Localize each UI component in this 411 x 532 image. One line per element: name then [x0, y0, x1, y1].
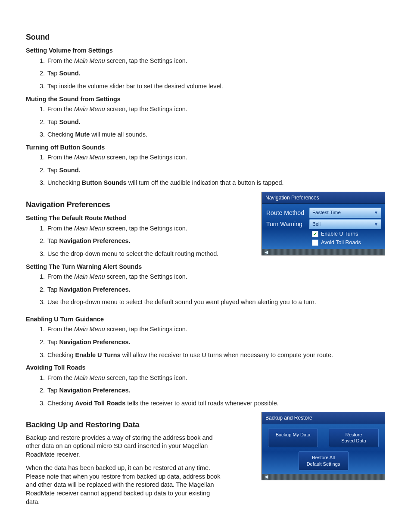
chevron-down-icon: ▼ — [374, 221, 378, 227]
ordered-steps: From the Main Menu screen, tap the Setti… — [38, 153, 385, 187]
text-emphasis: Main Menu — [74, 154, 105, 161]
ordered-steps: From the Main Menu screen, tap the Setti… — [38, 325, 385, 359]
text-strong: Navigation Preferences. — [59, 387, 130, 394]
text: screen, tap the Settings icon. — [105, 374, 187, 381]
route-method-value: Fastest Time — [312, 209, 341, 216]
list-item: Use the drop-down menu to select the def… — [47, 250, 245, 258]
list-item: Tap Sound. — [47, 69, 385, 78]
route-method-select[interactable]: Fastest Time ▼ — [309, 208, 381, 218]
subheading: Turning off Button Sounds — [26, 143, 385, 152]
back-icon[interactable]: ◀ — [265, 249, 268, 255]
button-line: Saved Data — [333, 438, 375, 444]
enable-uturns-checkbox[interactable]: ✓ — [312, 231, 318, 237]
text: Checking — [47, 131, 75, 138]
subheading: Enabling U Turn Guidance — [26, 315, 385, 324]
text: Tap — [47, 118, 59, 125]
text-emphasis: Main Menu — [74, 326, 105, 333]
text-strong: Button Sounds — [82, 179, 127, 186]
subheading: Setting Volume from Settings — [26, 47, 385, 55]
text: Tap — [47, 70, 59, 77]
text-emphasis: Main Menu — [74, 106, 105, 112]
ordered-steps: From the Main Menu screen, tap the Setti… — [38, 224, 245, 258]
list-item: Tap inside the volume slider bar to set … — [47, 82, 385, 91]
route-method-label: Route Method — [266, 209, 309, 217]
text: Tap — [47, 167, 59, 174]
text-strong: Avoid Toll Roads — [75, 400, 125, 407]
paragraph: When the data has been backed up, it can… — [26, 464, 224, 506]
list-item: From the Main Menu screen, tap the Setti… — [47, 105, 385, 114]
text: From the — [47, 374, 74, 381]
text-strong: Mute — [75, 131, 90, 138]
subheading: Muting the Sound from Settings — [26, 95, 385, 104]
text: From the — [47, 154, 74, 161]
list-item: Checking Avoid Toll Roads tells the rece… — [47, 399, 385, 408]
text: Checking — [47, 400, 75, 407]
text: screen, tap the Settings icon. — [105, 326, 187, 333]
turn-warning-label: Turn Warning — [266, 220, 309, 228]
enable-uturns-label: Enable U Turns — [321, 230, 358, 238]
text-emphasis: Main Menu — [74, 273, 105, 280]
text: Tap — [47, 339, 59, 345]
text-strong: Enable U Turns — [75, 352, 120, 358]
section-heading-sound: Sound — [26, 32, 385, 42]
back-icon[interactable]: ◀ — [265, 473, 268, 480]
avoid-toll-label: Avoid Toll Roads — [321, 239, 361, 246]
list-item: Unchecking Button Sounds will turn off t… — [47, 179, 385, 187]
text: From the — [47, 225, 74, 232]
figure-backup-restore: Backup and Restore Backup My Data Restor… — [262, 412, 385, 480]
list-item: Tap Navigation Preferences. — [47, 286, 385, 294]
text: will allow the receiver to use U turns w… — [121, 352, 333, 358]
text: From the — [47, 57, 74, 64]
text-strong: Navigation Preferences. — [59, 286, 130, 293]
restore-saved-data-button[interactable]: Restore Saved Data — [329, 429, 379, 448]
backup-my-data-button[interactable]: Backup My Data — [268, 429, 318, 448]
ordered-steps: From the Main Menu screen, tap the Setti… — [38, 57, 385, 91]
subheading: Avoiding Toll Roads — [26, 364, 385, 372]
turn-warning-select[interactable]: Bell ▼ — [309, 219, 381, 230]
chevron-down-icon: ▼ — [374, 210, 378, 216]
list-item: Checking Enable U Turns will allow the r… — [47, 351, 385, 360]
subheading: Setting The Turn Warning Alert Sounds — [26, 263, 385, 271]
text: Tap — [47, 286, 59, 293]
list-item: Use the drop-down menu to select the def… — [47, 298, 385, 307]
list-item: From the Main Menu screen, tap the Setti… — [47, 57, 385, 65]
figure-navigation-preferences: Navigation Preferences Route Method Fast… — [262, 192, 385, 255]
list-item: Tap Navigation Preferences. — [47, 237, 245, 246]
list-item: From the Main Menu screen, tap the Setti… — [47, 374, 385, 383]
list-item: Tap Navigation Preferences. — [47, 338, 385, 347]
text-strong: Navigation Preferences. — [59, 237, 130, 244]
text: From the — [47, 326, 74, 333]
restore-defaults-button[interactable]: Restore All Default Settings — [299, 451, 349, 470]
ordered-steps: From the Main Menu screen, tap the Setti… — [38, 105, 385, 139]
text-emphasis: Main Menu — [74, 374, 105, 381]
figure-title: Backup and Restore — [262, 412, 385, 424]
text: screen, tap the Settings icon. — [105, 225, 187, 232]
list-item: Tap Navigation Preferences. — [47, 386, 385, 395]
paragraph: Backup and restore provides a way of sto… — [26, 434, 224, 459]
button-line: Default Settings — [302, 461, 345, 467]
figure-title: Navigation Preferences — [262, 192, 385, 204]
text: will turn off the audible indication tha… — [127, 179, 284, 186]
text: will mute all sounds. — [90, 131, 147, 138]
text: From the — [47, 273, 74, 280]
list-item: Tap Sound. — [47, 166, 385, 175]
text: tells the receiver to avoid toll roads w… — [125, 400, 278, 407]
ordered-steps: From the Main Menu screen, tap the Setti… — [38, 374, 385, 408]
turn-warning-value: Bell — [312, 221, 321, 228]
text: From the — [47, 106, 74, 112]
list-item: From the Main Menu screen, tap the Setti… — [47, 273, 385, 281]
text: screen, tap the Settings icon. — [105, 57, 187, 64]
text-strong: Sound. — [59, 70, 80, 77]
text-emphasis: Main Menu — [74, 57, 105, 64]
avoid-toll-checkbox[interactable] — [312, 240, 318, 246]
button-line: Restore — [333, 432, 375, 438]
list-item: From the Main Menu screen, tap the Setti… — [47, 224, 245, 233]
list-item: From the Main Menu screen, tap the Setti… — [47, 153, 385, 162]
text: screen, tap the Settings icon. — [105, 154, 187, 161]
text: Checking — [47, 352, 75, 358]
list-item: Checking Mute will mute all sounds. — [47, 131, 385, 139]
text: screen, tap the Settings icon. — [105, 273, 187, 280]
text: Tap — [47, 387, 59, 394]
ordered-steps: From the Main Menu screen, tap the Setti… — [38, 273, 385, 307]
text: screen, tap the Settings icon. — [105, 106, 187, 112]
